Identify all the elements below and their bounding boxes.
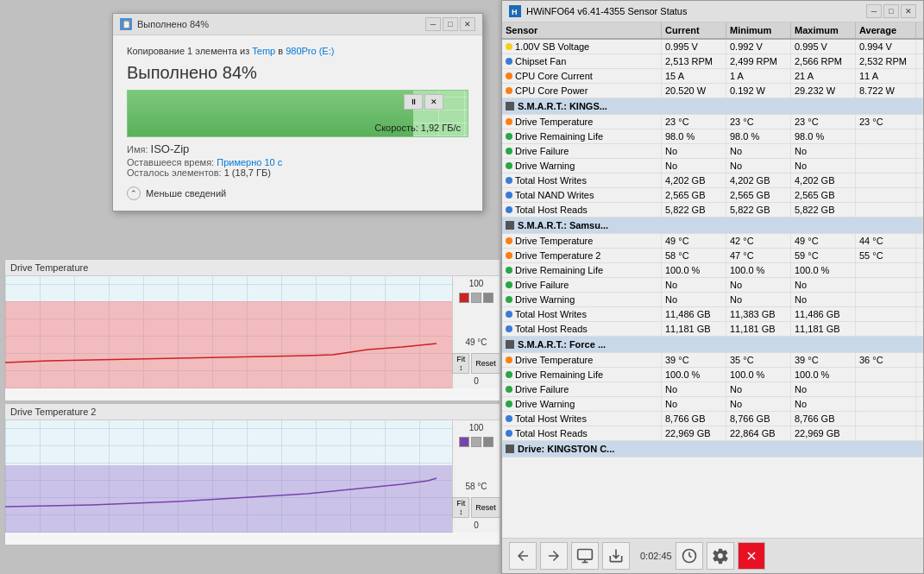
section-header: S.M.A.R.T.: Force ...: [502, 337, 923, 353]
toolbar-monitor-button[interactable]: [571, 542, 599, 570]
chart-right-2: 100 58 °C Fit ↕ Reset 0: [452, 420, 500, 533]
file-name: Имя: ISO-Zip: [127, 142, 468, 155]
section-icon: [506, 221, 514, 230]
sensor-icon: [506, 281, 512, 288]
table-row: Drive FailureNoNoNo: [502, 144, 923, 159]
expand-details-button[interactable]: ⌃ Меньше сведений: [127, 186, 468, 200]
fit-button-2[interactable]: Fit ↕: [452, 497, 469, 518]
pause-button[interactable]: ⏸: [404, 94, 423, 110]
table-row: Drive FailureNoNoNo: [502, 278, 923, 293]
hwinfo-titlebar: H HWiNFO64 v6.41-4355 Sensor Status ─ □ …: [502, 1, 923, 22]
sensor-icon: [506, 415, 512, 422]
table-row: Drive Remaining Life98.0 %98.0 %98.0 %: [502, 129, 923, 144]
time-left: Оставшееся время: Примерно 10 с: [127, 157, 468, 167]
copy-dialog-title: Выполнено 84%: [137, 19, 209, 29]
chart-current-1: 49 °C: [465, 337, 487, 347]
chart-min-2: 0: [474, 520, 479, 530]
reset-button-2[interactable]: Reset: [471, 497, 500, 518]
minimize-button[interactable]: ─: [425, 17, 441, 31]
expand-label: Меньше сведений: [146, 188, 226, 199]
table-row: CPU Core Power20.520 W0.192 W29.232 W8.7…: [502, 84, 923, 98]
chart-title-2: Drive Temperature 2: [5, 404, 500, 420]
file-info: Имя: ISO-Zip Оставшееся время: Примерно …: [127, 142, 468, 178]
sensor-icon: [506, 162, 512, 169]
toolbar-save-button[interactable]: [602, 542, 630, 570]
chart-area-1: 100 49 °C Fit ↕ Reset 0: [5, 276, 500, 388]
fit-button-1[interactable]: Fit ↕: [452, 353, 469, 374]
copy-source-text: Копирование 1 элемента из Temp в 980Pro …: [127, 46, 468, 56]
sensor-icon: [506, 206, 512, 213]
progress-bar-fill: [128, 91, 413, 136]
sensor-icon: [506, 148, 512, 155]
sensor-icon: [506, 311, 512, 318]
source-path-link[interactable]: Temp: [252, 46, 275, 56]
toolbar-settings-button[interactable]: [707, 542, 734, 570]
toolbar-time: 0:02:45: [640, 551, 672, 561]
section-header: S.M.A.R.T.: KINGS...: [502, 98, 923, 115]
sensor-icon: [506, 325, 512, 332]
hwinfo-close-button[interactable]: ✕: [901, 4, 916, 18]
table-row: Total NAND Writes2,565 GB2,565 GB2,565 G…: [502, 188, 923, 203]
sensor-icon: [506, 386, 512, 393]
table-row: Drive Temperature49 °C42 °C49 °C44 °C: [502, 234, 923, 249]
chart-svg-2: [5, 420, 452, 533]
items-left: Осталось элементов: 1 (18,7 ГБ): [127, 167, 468, 178]
table-row: 1.00V SB Voltage0.995 V0.992 V0.995 V0.9…: [502, 40, 923, 54]
table-row: Drive Temperature 258 °C47 °C59 °C55 °C: [502, 249, 923, 263]
chart-area-2: 100 58 °C Fit ↕ Reset 0: [5, 420, 500, 533]
copy-dialog-titlebar: 📋 Выполнено 84% ─ □ ✕: [113, 14, 482, 35]
hwinfo-table: Sensor Current Minimum Maximum Average 1…: [502, 22, 923, 538]
col-average: Average: [856, 22, 916, 38]
table-row: Drive WarningNoNoNo: [502, 397, 923, 412]
copy-dialog-icon: 📋: [120, 18, 132, 30]
sensor-icon: [506, 237, 512, 244]
toolbar-forward-button[interactable]: [540, 542, 568, 570]
hwinfo-title-left: H HWiNFO64 v6.41-4355 Sensor Status: [509, 5, 687, 17]
maximize-button[interactable]: □: [443, 17, 458, 31]
color-box-red: [459, 293, 469, 303]
toolbar-clock-button[interactable]: [676, 542, 703, 570]
dest-path-link[interactable]: 980Pro (E:): [286, 46, 334, 56]
sensor-icon: [506, 73, 512, 79]
hwinfo-table-body[interactable]: 1.00V SB Voltage0.995 V0.992 V0.995 V0.9…: [502, 40, 923, 538]
progress-bar-container: ⏸ ✕ Скорость: 1,92 ГБ/с: [127, 90, 468, 137]
section-header: S.M.A.R.T.: Samsu...: [502, 218, 923, 234]
hwinfo-minimize-button[interactable]: ─: [866, 4, 882, 18]
table-row: Drive FailureNoNoNo: [502, 382, 923, 397]
table-row: Drive Temperature39 °C35 °C39 °C36 °C: [502, 353, 923, 368]
close-button[interactable]: ✕: [460, 17, 475, 31]
hwinfo-maximize-button[interactable]: □: [883, 4, 899, 18]
toolbar-exit-button[interactable]: [738, 542, 765, 570]
hwinfo-toolbar: 0:02:45: [502, 538, 923, 573]
chart-max-1: 100: [469, 279, 484, 288]
color-box-gray3: [471, 437, 481, 447]
charts-panel: Drive Temperature 100 49 °C Fit ↕ Reset: [4, 259, 500, 574]
table-row: CPU Core Current15 A1 A21 A11 A: [502, 69, 923, 84]
table-row: Total Host Writes11,486 GB11,383 GB11,48…: [502, 307, 923, 322]
table-row: Total Host Writes4,202 GB4,202 GB4,202 G…: [502, 173, 923, 188]
table-row: Total Host Reads22,969 GB22,864 GB22,969…: [502, 426, 923, 441]
hwinfo-panel: H HWiNFO64 v6.41-4355 Sensor Status ─ □ …: [501, 0, 924, 574]
sensor-icon: [506, 267, 512, 274]
chart-svg-1: [5, 276, 452, 388]
table-row: Total Host Writes8,766 GB8,766 GB8,766 G…: [502, 412, 923, 426]
sensor-icon: [506, 43, 512, 50]
reset-button-1[interactable]: Reset: [471, 353, 500, 374]
titlebar-buttons: ─ □ ✕: [425, 17, 475, 31]
svg-rect-2: [578, 550, 593, 560]
table-row: Total Host Reads5,822 GB5,822 GB5,822 GB: [502, 203, 923, 218]
sensor-icon: [506, 296, 512, 303]
color-box-purple: [459, 437, 469, 447]
expand-icon: ⌃: [127, 186, 141, 200]
sensor-icon: [506, 356, 512, 363]
chart-color-boxes-1: [459, 293, 493, 303]
cancel-progress-button[interactable]: ✕: [424, 94, 443, 110]
chart-color-boxes-2: [459, 437, 493, 447]
section-icon: [506, 445, 514, 453]
section-icon: [506, 340, 514, 349]
sensor-icon: [506, 430, 512, 437]
hwinfo-icon: H: [509, 5, 521, 17]
table-row: Drive WarningNoNoNo: [502, 159, 923, 173]
sensor-icon: [506, 371, 512, 378]
toolbar-back-button[interactable]: [509, 542, 537, 570]
